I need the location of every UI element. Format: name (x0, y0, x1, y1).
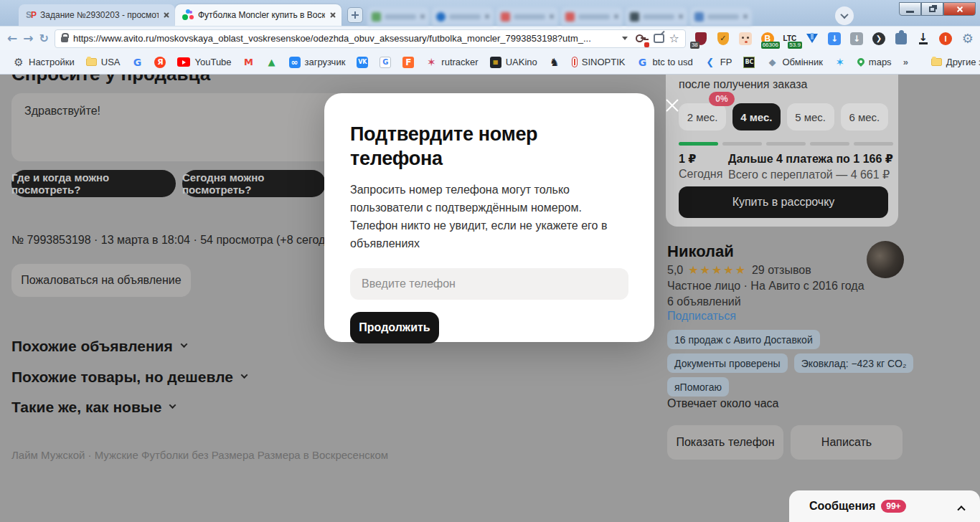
protection-key-icon[interactable] (633, 31, 649, 47)
new-tab-button[interactable] (347, 7, 363, 23)
term-2-months[interactable]: 2 мес. (679, 103, 726, 130)
background-tab[interactable] (367, 7, 429, 26)
bookmark-chess[interactable] (549, 57, 560, 68)
quick-question-button-1[interactable]: Где и когда можно посмотреть? (11, 170, 176, 197)
url-dropdown-icon[interactable] (622, 37, 628, 40)
ltc-ticker-extension-icon[interactable]: LTC53.9 (782, 31, 798, 47)
seller-avatar[interactable] (867, 241, 904, 278)
bookmark-vk[interactable] (357, 57, 368, 68)
response-time: Отвечает около часа (667, 397, 778, 410)
gem-icon (766, 57, 778, 68)
funnel-extension-icon[interactable] (804, 31, 820, 47)
subscribe-link[interactable]: Подписаться (667, 310, 736, 323)
bookmark-maps[interactable]: maps (857, 57, 892, 67)
window-controls (899, 2, 976, 16)
seller-type: Частное лицо · На Авито с 2016 года (667, 280, 864, 293)
bookmark-f[interactable] (402, 57, 414, 68)
phone-input[interactable] (350, 268, 628, 300)
tab-close-icon[interactable] (329, 12, 336, 19)
downloader-gray-extension-icon[interactable] (849, 31, 864, 47)
reload-button[interactable] (39, 32, 49, 44)
bookmark-uakino[interactable]: UAKino (490, 57, 537, 68)
term-5-months[interactable]: 5 мес. (787, 103, 834, 130)
tab-task[interactable]: SP Задание №2930203 - просмотр з (19, 4, 175, 26)
bookmark-folder-usa[interactable]: USA (86, 57, 121, 67)
tab-close-icon[interactable] (163, 12, 169, 19)
address-bar[interactable]: https://www.avito.ru/moskovskaya_oblast_… (55, 29, 686, 48)
background-tab[interactable] (690, 7, 752, 26)
term-6-months[interactable]: 6 мес. (841, 103, 888, 130)
share-icon[interactable] (654, 34, 664, 43)
orange-info-extension-icon[interactable] (938, 31, 953, 47)
bookmark-google[interactable] (131, 57, 143, 68)
puzzle-extension-icon[interactable] (893, 31, 909, 47)
documents-badge: Документы проверены (667, 353, 788, 373)
kyivstar-icon (834, 57, 846, 68)
restore-button[interactable] (921, 2, 943, 16)
seller-rating-row[interactable]: 5,0 ★★★★★ 29 отзывов (667, 263, 811, 277)
ask-seller-title: Спросите у продавца (11, 75, 210, 85)
savefrom-face-extension-icon[interactable] (738, 31, 753, 47)
messages-widget[interactable]: Сообщения 99+ (789, 490, 980, 522)
bookmark-sinoptik[interactable]: SINOPTIK (572, 57, 626, 67)
bookmarks-overflow-button[interactable]: » (903, 57, 908, 67)
modal-close-icon[interactable] (664, 97, 680, 113)
installment-note: после получения заказа (679, 78, 807, 91)
ssl-lock-icon[interactable] (61, 37, 68, 42)
bookmark-loader[interactable]: загрузчик (289, 57, 346, 68)
background-tab[interactable] (626, 7, 687, 26)
gmail-icon (243, 57, 255, 68)
seller-name[interactable]: Николай (667, 242, 734, 261)
background-tab[interactable] (432, 7, 494, 26)
bookmark-kyivstar[interactable] (834, 57, 846, 68)
minimize-button[interactable] (899, 2, 921, 16)
term-4-months-selected[interactable]: 4 мес. (732, 103, 780, 130)
f-icon (402, 57, 414, 68)
bookmark-fp[interactable]: FP (705, 57, 732, 68)
bookmark-exchanger[interactable]: Обмінник (766, 57, 822, 68)
gear-icon (13, 57, 24, 68)
bookmark-star-icon[interactable] (669, 32, 679, 45)
settings-gear-extension-icon[interactable] (960, 31, 976, 47)
tab-avito[interactable]: Футболка Moncler купить в Воскр (175, 4, 341, 26)
section-same-as-new[interactable]: Такие же, как новые (11, 399, 175, 416)
background-tab[interactable] (561, 7, 623, 26)
video-downloader-extension-icon[interactable] (826, 31, 842, 47)
infinity-icon (289, 57, 301, 68)
bookmark-rutracker[interactable]: rutracker (425, 57, 478, 68)
bookmark-gtranslate[interactable] (380, 57, 391, 68)
bookmark-settings[interactable]: Настройки (13, 57, 75, 68)
dark-circle-arrow-extension-icon[interactable] (871, 31, 887, 47)
write-button[interactable]: Написать (791, 425, 903, 460)
bookmark-drive[interactable] (266, 57, 278, 68)
report-ad-button[interactable]: Пожаловаться на объявление (11, 264, 191, 297)
seller-badges-row-2: Документы проверены Эковклад: −423 кг CO… (667, 353, 913, 373)
bookmark-gmail[interactable] (243, 57, 255, 68)
forward-button[interactable] (23, 32, 33, 44)
sales-badge: 16 продаж с Авито Доставкой (667, 330, 820, 349)
section-similar-cheaper[interactable]: Похожие товары, но дешевле (11, 369, 247, 386)
first-payment-caption: Сегодня (679, 168, 722, 181)
background-tab[interactable] (496, 7, 558, 26)
bookmark-btc-to-usd[interactable]: btc to usd (636, 57, 692, 68)
back-button[interactable] (7, 32, 17, 44)
url-text[interactable]: https://www.avito.ru/moskovskaya_oblast_… (73, 33, 617, 44)
tab-list-dropdown-button[interactable] (835, 6, 854, 25)
bookmark-yandex[interactable] (154, 57, 166, 68)
close-button[interactable] (943, 2, 976, 16)
buy-installment-button[interactable]: Купить в рассрочку (679, 186, 888, 218)
download-arrow-extension-icon[interactable] (915, 31, 931, 47)
ublock-extension-icon[interactable]: 38 (693, 31, 709, 47)
other-bookmarks-button[interactable]: Другие закладки (931, 57, 980, 67)
antivirus-shield-extension-icon[interactable] (715, 31, 731, 47)
quick-question-button-2[interactable]: Сегодня можно посмотреть? (182, 170, 326, 197)
seller-ads-count[interactable]: 6 объявлений (667, 295, 741, 308)
btc-ticker-extension-icon[interactable]: 66306 (760, 31, 776, 47)
bookmark-youtube[interactable]: YouTube (177, 57, 231, 67)
continue-button[interactable]: Продолжить (350, 312, 439, 343)
show-phone-button[interactable]: Показать телефон (667, 425, 783, 460)
folder-icon (931, 58, 942, 66)
section-similar-ads[interactable]: Похожие объявления (11, 338, 187, 355)
seller-badges-row-3: яПомогаю (667, 377, 729, 397)
bookmark-bc[interactable] (743, 57, 755, 68)
